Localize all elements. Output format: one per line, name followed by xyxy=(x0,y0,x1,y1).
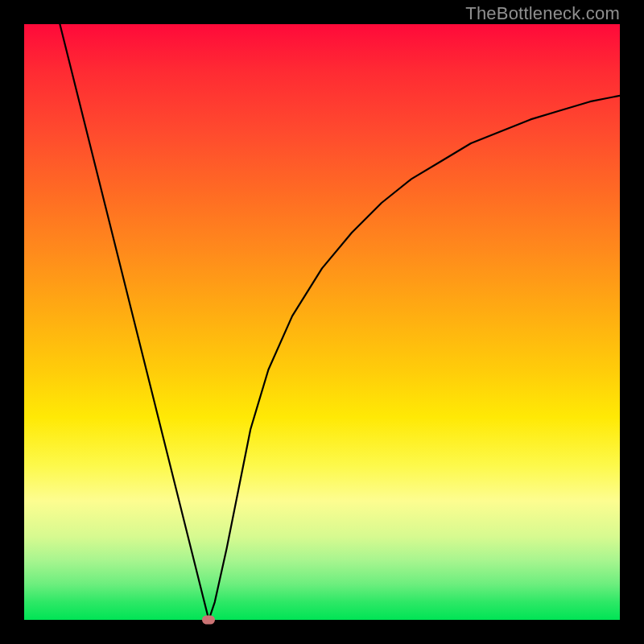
bottleneck-curve xyxy=(24,24,620,620)
chart-frame: TheBottleneck.com xyxy=(0,0,644,644)
watermark-text: TheBottleneck.com xyxy=(465,3,620,24)
minimum-marker xyxy=(202,616,215,625)
plot-area xyxy=(24,24,620,620)
